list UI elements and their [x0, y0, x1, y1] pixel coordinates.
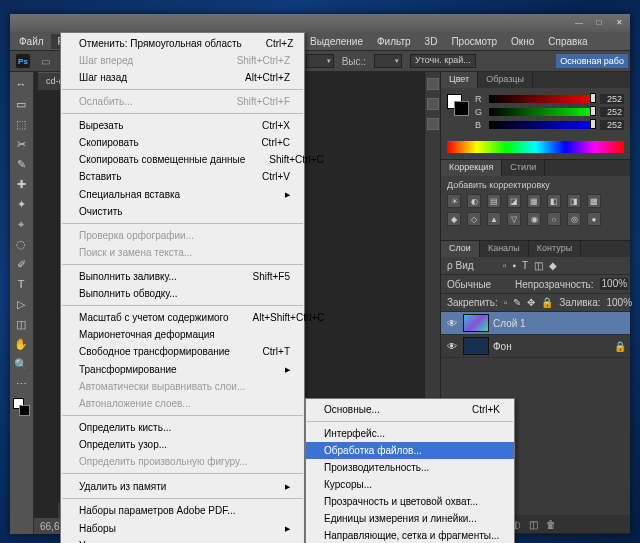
- lock-icon[interactable]: ✥: [527, 297, 535, 308]
- menu-item[interactable]: Очистить: [61, 203, 304, 220]
- color-slider[interactable]: [489, 95, 596, 103]
- adj-icon[interactable]: ◨: [567, 194, 581, 208]
- menu-item[interactable]: Обработка файлов...: [306, 442, 514, 459]
- adj-icon[interactable]: ○: [547, 212, 561, 226]
- delete-layer-icon[interactable]: 🗑: [546, 519, 556, 530]
- tool-button[interactable]: ✚: [10, 174, 32, 194]
- tool-button[interactable]: ✋: [10, 334, 32, 354]
- slider-value[interactable]: 252: [600, 107, 624, 117]
- menu-item[interactable]: Прозрачность и цветовой охват...: [306, 493, 514, 510]
- adj-icon[interactable]: ◧: [547, 194, 561, 208]
- tab-channels[interactable]: Каналы: [480, 241, 529, 257]
- filter-icon[interactable]: T: [522, 260, 528, 271]
- tool-button[interactable]: 🔍: [10, 354, 32, 374]
- tool-button[interactable]: ⌖: [10, 214, 32, 234]
- adj-icon[interactable]: ▩: [587, 194, 601, 208]
- filter-icon[interactable]: ◆: [549, 260, 557, 271]
- tool-button[interactable]: ▭: [10, 94, 32, 114]
- adj-icon[interactable]: ◇: [467, 212, 481, 226]
- slider-value[interactable]: 252: [600, 94, 624, 104]
- tool-button[interactable]: ✦: [10, 194, 32, 214]
- collapsed-panel-icon[interactable]: [427, 118, 439, 130]
- adj-icon[interactable]: ◉: [527, 212, 541, 226]
- tab-layers[interactable]: Слои: [441, 241, 480, 257]
- lock-icon[interactable]: ✎: [513, 297, 521, 308]
- layer-filter[interactable]: ρ Вид: [447, 260, 497, 271]
- menu-item[interactable]: Наборы▶: [61, 519, 304, 537]
- layer-thumb[interactable]: [463, 314, 489, 332]
- adj-icon[interactable]: ◎: [567, 212, 581, 226]
- tool-button[interactable]: ✐: [10, 254, 32, 274]
- menu-item[interactable]: Определить кисть...: [61, 419, 304, 436]
- menu-item[interactable]: Курсоры...: [306, 476, 514, 493]
- filter-icon[interactable]: ▪: [513, 260, 517, 271]
- menu-выделение[interactable]: Выделение: [303, 34, 370, 49]
- menu-окно[interactable]: Окно: [504, 34, 541, 49]
- menu-item[interactable]: ВырезатьCtrl+X: [61, 117, 304, 134]
- color-swatch[interactable]: [447, 94, 469, 116]
- adj-icon[interactable]: ▲: [487, 212, 501, 226]
- tab-styles[interactable]: Стили: [502, 160, 545, 176]
- menu-item[interactable]: Скопировать совмещенные данныеShift+Ctrl…: [61, 151, 304, 168]
- marquee-tool-icon[interactable]: ▭: [38, 54, 52, 68]
- tool-button[interactable]: ◌: [10, 234, 32, 254]
- menu-item[interactable]: Удалить из памяти▶: [61, 477, 304, 495]
- close-button[interactable]: ✕: [612, 18, 626, 28]
- blend-mode[interactable]: Обычные: [447, 279, 509, 290]
- menu-item[interactable]: Наборы параметров Adobe PDF...: [61, 502, 304, 519]
- adj-icon[interactable]: ●: [587, 212, 601, 226]
- fill-value[interactable]: 100%: [607, 297, 633, 308]
- menu-item[interactable]: Отменить: Прямоугольная областьCtrl+Z: [61, 35, 304, 52]
- color-slider[interactable]: [489, 121, 596, 129]
- menu-item[interactable]: Определить узор...: [61, 436, 304, 453]
- tab-paths[interactable]: Контуры: [529, 241, 581, 257]
- tool-button[interactable]: ✂: [10, 134, 32, 154]
- menu-item[interactable]: СкопироватьCtrl+C: [61, 134, 304, 151]
- refine-edge-button[interactable]: Уточн. край...: [410, 54, 476, 68]
- menu-item[interactable]: Шаг назадAlt+Ctrl+Z: [61, 69, 304, 86]
- height-field[interactable]: [374, 54, 402, 68]
- adj-icon[interactable]: ◪: [507, 194, 521, 208]
- layer-thumb[interactable]: [463, 337, 489, 355]
- adj-icon[interactable]: ◐: [467, 194, 481, 208]
- maximize-button[interactable]: □: [592, 18, 606, 28]
- lock-icon[interactable]: 🔒: [541, 297, 553, 308]
- color-spectrum[interactable]: [447, 141, 624, 153]
- menu-справка[interactable]: Справка: [541, 34, 594, 49]
- layer-row[interactable]: 👁Слой 1: [441, 312, 630, 335]
- menu-item[interactable]: Удаленные соединения...: [61, 537, 304, 543]
- visibility-icon[interactable]: 👁: [445, 341, 459, 352]
- layer-row[interactable]: 👁Фон🔒: [441, 335, 630, 358]
- minimize-button[interactable]: —: [572, 18, 586, 28]
- visibility-icon[interactable]: 👁: [445, 318, 459, 329]
- opacity-value[interactable]: 100%: [600, 278, 628, 290]
- menu-item[interactable]: Трансформирование▶: [61, 360, 304, 378]
- fg-bg-swatch[interactable]: [13, 398, 30, 416]
- menu-item[interactable]: Производительность...: [306, 459, 514, 476]
- lock-icon[interactable]: ▫: [504, 297, 508, 308]
- tab-swatches[interactable]: Образцы: [478, 72, 533, 88]
- menu-item[interactable]: Направляющие, сетка и фрагменты...: [306, 527, 514, 543]
- tool-button[interactable]: T: [10, 274, 32, 294]
- filter-icon[interactable]: ▫: [503, 260, 507, 271]
- collapsed-panel-icon[interactable]: [427, 78, 439, 90]
- menu-3d[interactable]: 3D: [418, 34, 445, 49]
- menu-просмотр[interactable]: Просмотр: [444, 34, 504, 49]
- tool-button[interactable]: ◫: [10, 314, 32, 334]
- menu-item[interactable]: ВставитьCtrl+V: [61, 168, 304, 185]
- new-layer-icon[interactable]: ◫: [529, 519, 538, 530]
- adj-icon[interactable]: ▦: [527, 194, 541, 208]
- menu-фильтр[interactable]: Фильтр: [370, 34, 418, 49]
- width-field[interactable]: [306, 54, 334, 68]
- adj-icon[interactable]: ☀: [447, 194, 461, 208]
- workspace-badge[interactable]: Основная рабо: [556, 54, 628, 68]
- adj-icon[interactable]: ▤: [487, 194, 501, 208]
- color-slider[interactable]: [489, 108, 596, 116]
- adj-icon[interactable]: ▽: [507, 212, 521, 226]
- tab-adjustments[interactable]: Коррекция: [441, 160, 502, 176]
- menu-item[interactable]: Выполнить обводку...: [61, 285, 304, 302]
- menu-item[interactable]: Марионеточная деформация: [61, 326, 304, 343]
- filter-icon[interactable]: ◫: [534, 260, 543, 271]
- menu-item[interactable]: Единицы измерения и линейки...: [306, 510, 514, 527]
- tool-button[interactable]: ⬚: [10, 114, 32, 134]
